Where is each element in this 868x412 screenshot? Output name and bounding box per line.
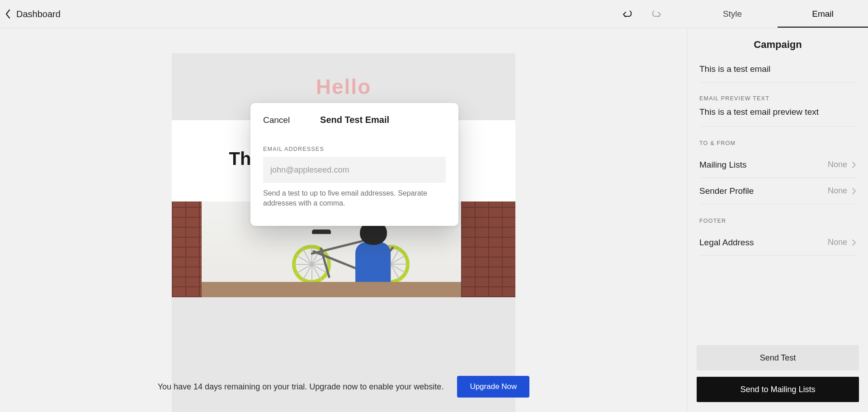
subject-value[interactable]: This is a test email — [699, 60, 856, 83]
row-sender-profile-name: Sender Profile — [699, 186, 754, 196]
brick-wall-right — [461, 201, 515, 297]
brick-wall-left — [172, 201, 202, 297]
upgrade-now-button[interactable]: Upgrade Now — [457, 376, 529, 398]
modal-help-text: Send a test to up to five email addresse… — [263, 188, 446, 208]
undo-redo-group — [622, 0, 680, 28]
email-addresses-input[interactable] — [263, 157, 446, 183]
row-legal-address-value: None — [828, 238, 847, 247]
row-legal-address-name: Legal Address — [699, 238, 754, 248]
tab-style[interactable]: Style — [687, 0, 778, 28]
send-test-button-label: Send Test — [760, 353, 796, 363]
row-sender-profile-value: None — [828, 186, 847, 196]
side-panel-title: Campaign — [688, 28, 868, 60]
chevron-right-icon — [852, 161, 856, 169]
person-illustration — [346, 220, 401, 297]
tab-email[interactable]: Email — [778, 0, 868, 28]
to-from-label: TO & FROM — [699, 140, 856, 146]
side-panel: Campaign This is a test email EMAIL PREV… — [687, 28, 868, 412]
modal-cancel-button[interactable]: Cancel — [263, 115, 290, 125]
back-label: Dashboard — [16, 9, 61, 19]
chevron-right-icon — [852, 187, 856, 195]
send-to-lists-button-label: Send to Mailing Lists — [740, 385, 815, 394]
side-panel-buttons: Send Test Send to Mailing Lists — [688, 337, 868, 412]
send-test-email-modal: Cancel Send Test Email EMAIL ADDRESSES S… — [250, 103, 458, 226]
footer-section-label: FOOTER — [699, 218, 856, 224]
redo-button[interactable] — [650, 9, 662, 19]
modal-title: Send Test Email — [320, 115, 389, 125]
tab-style-label: Style — [723, 9, 742, 19]
top-tabs: Style Email — [687, 0, 868, 28]
modal-header: Cancel Send Test Email — [263, 115, 446, 125]
preview-text-label: EMAIL PREVIEW TEXT — [699, 95, 856, 102]
preview-text-value[interactable]: This is a test email preview text — [699, 107, 856, 126]
chevron-right-icon — [852, 239, 856, 246]
row-legal-address[interactable]: Legal Address None — [699, 229, 856, 256]
modal-addresses-label: EMAIL ADDRESSES — [263, 146, 446, 152]
upgrade-now-label: Upgrade Now — [470, 382, 517, 391]
trial-message: You have 14 days remaining on your trial… — [158, 382, 444, 392]
email-hero-text: Hello — [316, 75, 371, 99]
row-sender-profile[interactable]: Sender Profile None — [699, 178, 856, 204]
tab-email-label: Email — [812, 9, 834, 19]
send-to-lists-button[interactable]: Send to Mailing Lists — [697, 377, 859, 402]
row-mailing-lists[interactable]: Mailing Lists None — [699, 152, 856, 178]
row-mailing-lists-name: Mailing Lists — [699, 160, 747, 170]
send-test-button[interactable]: Send Test — [697, 345, 859, 370]
undo-button[interactable] — [622, 9, 634, 19]
chevron-left-icon — [5, 9, 12, 19]
back-to-dashboard[interactable]: Dashboard — [0, 9, 61, 19]
row-mailing-lists-value: None — [828, 160, 847, 169]
topbar: Dashboard Style Email — [0, 0, 868, 28]
